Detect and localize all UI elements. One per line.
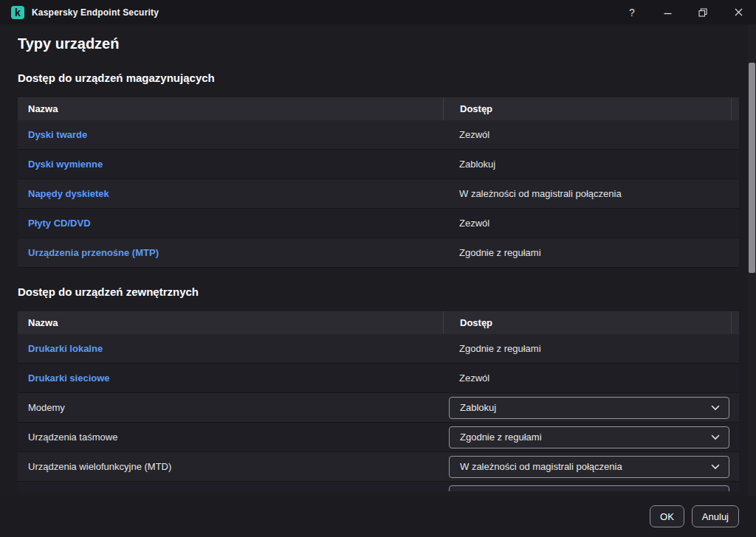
device-name-cell: Drukarki lokalne [18,343,443,354]
app-title: Kaspersky Endpoint Security [32,7,159,18]
ok-button[interactable]: OK [650,505,684,527]
storage-devices-table: Nazwa Dostęp Dyski twarde Zezwól Dyski w… [18,97,739,268]
access-cell: Zablokuj [443,159,739,170]
device-name-cell: Płyty CD/DVD [18,218,443,229]
device-name-cell: Napędy dyskietek [18,188,443,199]
device-link[interactable]: Dyski wymienne [28,159,103,170]
column-header-name: Nazwa [18,311,443,334]
maximize-button[interactable] [685,0,721,24]
device-link[interactable]: Drukarki lokalne [28,343,103,354]
restore-icon [698,8,707,17]
access-cell: W zależności od magistrali połączenia [443,188,739,199]
dropdown-value: W zależności od magistrali połączenia [460,461,622,472]
access-dropdown[interactable]: W zależności od magistrali połączenia [449,456,729,478]
section-heading-storage: Dostęp do urządzeń magazynujących [18,72,739,84]
device-name-cell: Modemy [18,402,443,413]
chevron-down-icon [711,464,720,470]
table-row: Drukarki lokalne Zgodnie z regułami [18,334,739,364]
access-cell: Zezwól [443,373,739,384]
table-row-partial [18,482,739,491]
close-icon [735,8,743,16]
device-name-cell: Dyski wymienne [18,159,443,170]
device-link[interactable]: Drukarki sieciowe [28,373,110,384]
column-header-stub [731,311,739,334]
access-value: Zezwól [459,129,489,140]
table-row: Dyski wymienne Zablokuj [18,150,739,179]
access-cell [443,482,739,491]
column-header-stub [731,97,739,120]
device-name: Modemy [28,402,65,413]
access-dropdown[interactable]: Zablokuj [449,397,729,419]
table-row: Modemy Zablokuj [18,393,739,423]
device-name-cell: Drukarki sieciowe [18,373,443,384]
access-value: Zezwól [459,373,489,384]
table-header-row: Nazwa Dostęp [18,311,739,334]
access-value: Zgodnie z regułami [459,343,541,354]
access-cell: Zgodnie z regułami [443,343,739,354]
device-name-cell: Urządzenia przenośne (MTP) [18,247,443,258]
help-button[interactable]: ? [614,0,650,24]
access-cell: Zgodnie z regułami [443,247,739,258]
access-dropdown[interactable]: Zgodnie z regułami [449,426,729,448]
access-cell: Zezwól [443,218,739,229]
device-name: Urządzenia taśmowe [28,432,117,443]
scrollbar-thumb[interactable] [749,63,755,273]
table-row: Napędy dyskietek W zależności od magistr… [18,179,739,209]
device-name-cell: Urządzenia taśmowe [18,432,443,443]
footer-bar: OK Anuluj [0,496,756,537]
device-link[interactable]: Płyty CD/DVD [28,218,91,229]
dropdown-value: Zgodnie z regułami [460,432,542,443]
titlebar: k Kaspersky Endpoint Security ? [0,0,756,24]
access-cell: W zależności od magistrali połączenia [443,456,739,478]
section-heading-external: Dostęp do urządzeń zewnętrznych [18,285,739,298]
dropdown-value: Zablokuj [460,402,496,413]
close-button[interactable] [721,0,756,24]
device-name-cell: Dyski twarde [18,129,443,140]
access-cell: Zezwól [443,129,739,140]
device-name: Urządzenia wielofunkcyjne (MTD) [28,461,171,472]
access-dropdown[interactable] [449,485,729,491]
table-row: Urządzenia taśmowe Zgodnie z regułami [18,423,739,452]
device-link[interactable]: Urządzenia przenośne (MTP) [28,247,159,258]
column-header-access: Dostęp [443,311,731,334]
cancel-button[interactable]: Anuluj [692,505,739,527]
external-devices-table: Nazwa Dostęp Drukarki lokalne Zgodnie z … [18,311,739,491]
table-row: Drukarki sieciowe Zezwól [18,364,739,393]
page-title: Typy urządzeń [18,35,739,52]
scrollbar-track[interactable] [748,24,756,496]
window-controls: ? [614,0,756,24]
table-row: Urządzenia wielofunkcyjne (MTD) W zależn… [18,452,739,482]
device-link[interactable]: Napędy dyskietek [28,188,109,199]
kaspersky-logo-icon: k [11,6,24,19]
chevron-down-icon [711,405,720,411]
minimize-icon [664,8,672,16]
table-row: Urządzenia przenośne (MTP) Zgodnie z reg… [18,238,739,268]
device-name-cell: Urządzenia wielofunkcyjne (MTD) [18,461,443,472]
minimize-button[interactable] [650,0,685,24]
titlebar-left: k Kaspersky Endpoint Security [0,6,159,19]
column-header-name: Nazwa [18,97,443,120]
table-header-row: Nazwa Dostęp [18,97,739,120]
access-value: Zezwól [459,218,489,229]
chevron-down-icon [711,434,720,440]
access-value: Zablokuj [459,159,495,170]
access-cell: Zablokuj [443,397,739,419]
access-value: W zależności od magistrali połączenia [459,188,622,199]
table-row: Dyski twarde Zezwól [18,120,739,150]
column-header-access: Dostęp [443,97,731,120]
table-row: Płyty CD/DVD Zezwól [18,209,739,238]
access-value: Zgodnie z regułami [459,247,541,258]
content-area: Typy urządzeń Dostęp do urządzeń magazyn… [0,24,756,491]
access-cell: Zgodnie z regułami [443,426,739,448]
device-link[interactable]: Dyski twarde [28,129,87,140]
